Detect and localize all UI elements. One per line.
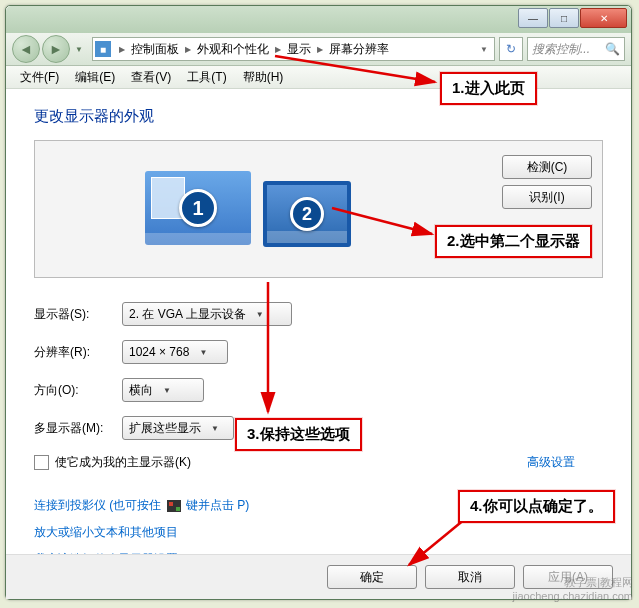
select-orientation[interactable]: 横向▼	[122, 378, 204, 402]
crumb-appearance[interactable]: 外观和个性化	[195, 41, 271, 58]
link-advanced-settings[interactable]: 高级设置	[527, 454, 575, 471]
menu-tools[interactable]: 工具(T)	[179, 67, 234, 88]
svg-line-3	[409, 519, 465, 565]
minimize-button[interactable]: —	[518, 8, 548, 28]
arrow-1	[275, 50, 445, 93]
label-orientation: 方向(O):	[34, 382, 122, 399]
search-input[interactable]: 搜索控制... 🔍	[527, 37, 625, 61]
search-icon: 🔍	[605, 42, 620, 56]
link-projector-text-a: 连接到投影仪 (也可按住	[34, 498, 165, 512]
monitor-2-number: 2	[290, 197, 324, 231]
arrow-4	[405, 517, 475, 575]
link-text-size[interactable]: 放大或缩小文本和其他项目	[34, 524, 603, 541]
refresh-button[interactable]: ↻	[499, 37, 523, 61]
callout-3: 3.保持这些选项	[235, 418, 362, 451]
titlebar: — □ ✕	[6, 6, 631, 33]
maximize-button[interactable]: □	[549, 8, 579, 28]
monitor-1-number: 1	[179, 189, 217, 227]
select-resolution[interactable]: 1024 × 768▼	[122, 340, 228, 364]
svg-line-0	[275, 56, 435, 82]
callout-4: 4.你可以点确定了。	[458, 490, 615, 523]
search-placeholder: 搜索控制...	[532, 41, 590, 58]
history-dropdown[interactable]: ▼	[72, 39, 86, 59]
callout-2: 2.选中第二个显示器	[435, 225, 592, 258]
label-multidisplay: 多显示器(M):	[34, 420, 122, 437]
menu-file[interactable]: 文件(F)	[12, 67, 67, 88]
menu-edit[interactable]: 编辑(E)	[67, 67, 123, 88]
label-display: 显示器(S):	[34, 306, 122, 323]
crumb-control-panel[interactable]: 控制面板	[129, 41, 181, 58]
monitor-1[interactable]: 1	[145, 171, 251, 247]
detect-button[interactable]: 检测(C)	[502, 155, 592, 179]
svg-line-1	[332, 208, 432, 234]
identify-button[interactable]: 识别(I)	[502, 185, 592, 209]
select-display-value: 2. 在 VGA 上显示设备	[129, 306, 246, 323]
arrow-2	[332, 204, 442, 247]
page-title: 更改显示器的外观	[34, 107, 603, 126]
callout-1: 1.进入此页	[440, 72, 537, 105]
address-dropdown[interactable]: ▼	[476, 45, 492, 54]
forward-button[interactable]: ►	[42, 35, 70, 63]
label-resolution: 分辨率(R):	[34, 344, 122, 361]
link-projector-text-b: 键并点击 P)	[183, 498, 250, 512]
select-resolution-value: 1024 × 768	[129, 345, 189, 359]
checkbox-main-display[interactable]	[34, 455, 49, 470]
select-orientation-value: 横向	[129, 382, 153, 399]
crumb-sep: ▶	[119, 45, 125, 54]
control-panel-icon: ■	[95, 41, 111, 57]
apply-button[interactable]: 应用(A)	[523, 565, 613, 589]
dialog-footer: 确定 取消 应用(A)	[6, 554, 631, 599]
close-button[interactable]: ✕	[580, 8, 627, 28]
arrow-3	[258, 282, 278, 425]
windows-key-icon	[167, 500, 181, 512]
ok-button[interactable]: 确定	[327, 565, 417, 589]
back-button[interactable]: ◄	[12, 35, 40, 63]
crumb-sep: ▶	[185, 45, 191, 54]
menu-view[interactable]: 查看(V)	[123, 67, 179, 88]
select-multidisplay[interactable]: 扩展这些显示▼	[122, 416, 234, 440]
select-multidisplay-value: 扩展这些显示	[129, 420, 201, 437]
label-main-display: 使它成为我的主显示器(K)	[55, 454, 191, 471]
